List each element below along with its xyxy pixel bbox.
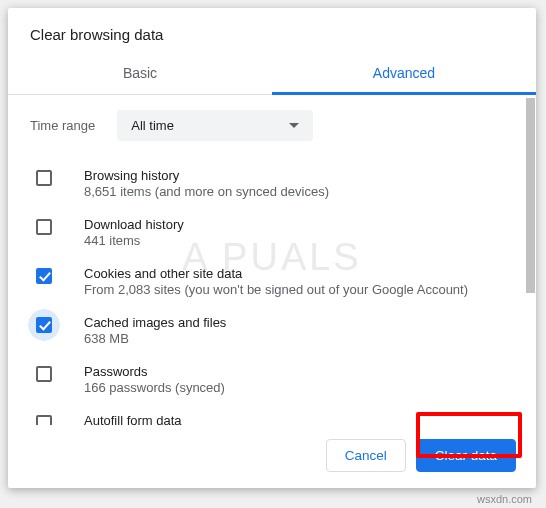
option-title: Browsing history bbox=[84, 168, 329, 183]
option-title: Cookies and other site data bbox=[84, 266, 468, 281]
option-subtitle: 8,651 items (and more on synced devices) bbox=[84, 184, 329, 199]
checkbox-download-history[interactable] bbox=[36, 219, 52, 235]
time-range-value: All time bbox=[131, 118, 174, 133]
dialog-footer: Cancel Clear data bbox=[8, 425, 536, 488]
option-autofill[interactable]: Autofill form data bbox=[30, 404, 516, 425]
content-area: A PUALS Time range All time Browsing his… bbox=[8, 95, 536, 425]
clear-data-button[interactable]: Clear data bbox=[416, 439, 516, 472]
option-download-history[interactable]: Download history 441 items bbox=[30, 208, 516, 257]
tabs: Basic Advanced bbox=[8, 53, 536, 95]
time-range-label: Time range bbox=[30, 118, 95, 133]
chevron-down-icon bbox=[289, 123, 299, 128]
checkbox-cookies[interactable] bbox=[36, 268, 52, 284]
option-cached-images[interactable]: Cached images and files 638 MB bbox=[30, 306, 516, 355]
option-subtitle: 441 items bbox=[84, 233, 184, 248]
scrollbar[interactable] bbox=[526, 98, 535, 293]
option-cookies[interactable]: Cookies and other site data From 2,083 s… bbox=[30, 257, 516, 306]
option-passwords[interactable]: Passwords 166 passwords (synced) bbox=[30, 355, 516, 404]
checkbox-browsing-history[interactable] bbox=[36, 170, 52, 186]
option-title: Passwords bbox=[84, 364, 225, 379]
option-subtitle: From 2,083 sites (you won't be signed ou… bbox=[84, 282, 468, 297]
option-title: Autofill form data bbox=[84, 413, 182, 425]
option-browsing-history[interactable]: Browsing history 8,651 items (and more o… bbox=[30, 159, 516, 208]
time-range-select[interactable]: All time bbox=[117, 110, 313, 141]
time-range-row: Time range All time bbox=[30, 95, 516, 159]
scrollable-content[interactable]: Time range All time Browsing history 8,6… bbox=[8, 95, 526, 425]
checkbox-passwords[interactable] bbox=[36, 366, 52, 382]
checkbox-autofill[interactable] bbox=[36, 415, 52, 425]
option-title: Cached images and files bbox=[84, 315, 226, 330]
dialog-title: Clear browsing data bbox=[8, 8, 536, 53]
tab-basic[interactable]: Basic bbox=[8, 53, 272, 94]
page-credit: wsxdn.com bbox=[477, 493, 532, 505]
checkbox-cached-images[interactable] bbox=[36, 317, 52, 333]
cancel-button[interactable]: Cancel bbox=[326, 439, 406, 472]
option-subtitle: 166 passwords (synced) bbox=[84, 380, 225, 395]
option-subtitle: 638 MB bbox=[84, 331, 226, 346]
option-title: Download history bbox=[84, 217, 184, 232]
tab-advanced[interactable]: Advanced bbox=[272, 53, 536, 94]
clear-browsing-data-dialog: Clear browsing data Basic Advanced A PUA… bbox=[8, 8, 536, 488]
